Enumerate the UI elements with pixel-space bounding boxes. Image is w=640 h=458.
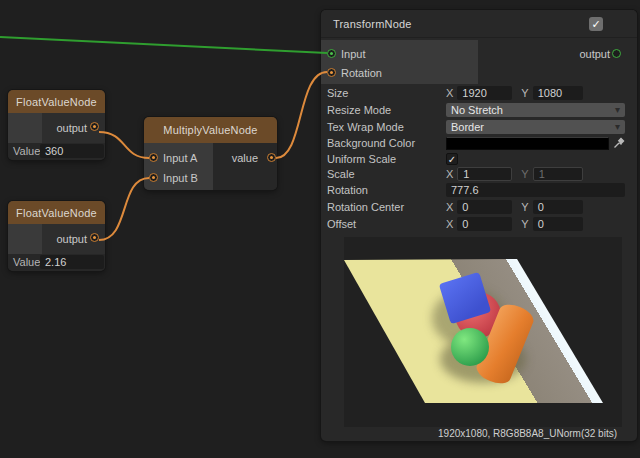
node-body: output	[8, 224, 105, 254]
background-color-label: Background Color	[327, 137, 415, 149]
size-x-field[interactable]: 1920	[457, 86, 512, 100]
preview-format-text: 1920x1080, R8G8B8A8_UNorm(32 bits)	[438, 428, 617, 439]
output-port-label: output	[56, 122, 87, 134]
y-axis-label: Y	[521, 218, 528, 230]
row-size: Size X 1920 Y 1080	[327, 86, 629, 100]
background-color-swatch[interactable]	[446, 137, 609, 150]
output-port-label: output	[579, 48, 610, 60]
node-title[interactable]: MultiplyValueNode	[144, 117, 277, 143]
offset-label: Offset	[327, 218, 356, 230]
value-field[interactable]: 2.16	[40, 255, 104, 269]
float-value-node-2[interactable]: FloatValueNode output Value 2.16	[8, 201, 105, 271]
green-sphere	[451, 328, 489, 366]
row-offset: Offset X 0 Y 0	[327, 217, 629, 231]
node-title[interactable]: FloatValueNode	[8, 90, 105, 113]
chevron-down-icon: ▾	[615, 120, 620, 134]
y-axis-label: Y	[521, 201, 528, 213]
input-b-port[interactable]	[149, 173, 158, 182]
size-label: Size	[327, 87, 348, 99]
value-output-label: value	[232, 152, 258, 164]
uniform-scale-label: Uniform Scale	[327, 153, 396, 165]
tex-wrap-mode-dropdown[interactable]: Border ▾	[446, 120, 625, 134]
output-port[interactable]	[612, 49, 621, 58]
node-body: output	[8, 113, 105, 143]
scale-y-field-disabled: 1	[533, 167, 583, 181]
row-rotation: Rotation 777.6	[327, 183, 629, 197]
rotation-center-label: Rotation Center	[327, 201, 404, 213]
node-enabled-checkbox[interactable]: ✓	[589, 17, 603, 31]
input-a-label: Input A	[163, 152, 197, 164]
ports-section: Input Rotation output	[321, 38, 637, 84]
row-uniform-scale: Uniform Scale ✓	[327, 152, 629, 166]
resize-mode-dropdown[interactable]: No Stretch ▾	[446, 103, 625, 117]
value-output-port[interactable]	[267, 153, 276, 162]
scale-x-field[interactable]: 1	[457, 167, 512, 181]
output-port[interactable]	[90, 122, 99, 131]
size-y-field[interactable]: 1080	[533, 86, 583, 100]
input-port[interactable]	[327, 49, 336, 58]
row-rotation-center: Rotation Center X 0 Y 0	[327, 200, 629, 214]
value-row: Value 360	[8, 143, 105, 160]
preview-rendered-image	[344, 237, 622, 427]
rotation-field[interactable]: 777.6	[446, 183, 625, 197]
tex-wrap-mode-value: Border	[451, 121, 484, 133]
x-axis-label: X	[446, 201, 453, 213]
chevron-down-icon: ▾	[615, 103, 620, 117]
wire-float1-to-inputA[interactable]	[99, 132, 149, 158]
rotation-port-label: Rotation	[341, 67, 382, 79]
output-port-label: output	[56, 233, 87, 245]
y-axis-label: Y	[521, 87, 528, 99]
value-label: Value	[13, 256, 40, 268]
rotation-center-y-field[interactable]: 0	[533, 200, 583, 214]
wire-float2-to-inputB[interactable]	[99, 178, 149, 240]
value-label: Value	[13, 145, 40, 157]
uniform-scale-checkbox[interactable]: ✓	[446, 153, 458, 165]
scale-label: Scale	[327, 168, 355, 180]
transform-node[interactable]: TransformNode ✓ Input Rotation output Si…	[321, 10, 637, 441]
wire-multiply-to-rotation[interactable]	[276, 72, 327, 158]
tex-wrap-mode-label: Tex Wrap Mode	[327, 121, 404, 133]
eyedropper-icon[interactable]	[613, 137, 625, 149]
value-row: Value 2.16	[8, 254, 105, 271]
node-graph-canvas[interactable]: FloatValueNode output Value 360 FloatVal…	[0, 0, 640, 458]
resize-mode-label: Resize Mode	[327, 104, 391, 116]
node-body: Input A Input B value	[144, 143, 277, 190]
wire-green-input[interactable]	[0, 37, 327, 53]
resize-mode-value: No Stretch	[451, 104, 503, 116]
multiply-value-node[interactable]: MultiplyValueNode Input A Input B value	[144, 117, 277, 190]
rotation-port[interactable]	[327, 68, 336, 77]
input-column	[8, 113, 42, 143]
output-port[interactable]	[90, 233, 99, 242]
x-axis-label: X	[446, 168, 453, 180]
value-field[interactable]: 360	[40, 144, 104, 158]
input-column	[8, 224, 42, 254]
input-a-port[interactable]	[149, 153, 158, 162]
node-title[interactable]: FloatValueNode	[8, 201, 105, 224]
x-axis-label: X	[446, 218, 453, 230]
row-resize-mode: Resize Mode No Stretch ▾	[327, 103, 629, 117]
float-value-node-1[interactable]: FloatValueNode output Value 360	[8, 90, 105, 160]
input-b-label: Input B	[163, 172, 198, 184]
row-scale: Scale X 1 Y 1	[327, 167, 629, 181]
input-port-label: Input	[341, 48, 365, 60]
offset-y-field[interactable]: 0	[533, 217, 583, 231]
row-background-color: Background Color	[327, 136, 629, 150]
texture-preview	[344, 237, 622, 427]
rotation-label: Rotation	[327, 184, 368, 196]
row-tex-wrap-mode: Tex Wrap Mode Border ▾	[327, 120, 629, 134]
rotation-center-x-field[interactable]: 0	[457, 200, 512, 214]
x-axis-label: X	[446, 87, 453, 99]
offset-x-field[interactable]: 0	[457, 217, 512, 231]
y-axis-label: Y	[521, 168, 528, 180]
